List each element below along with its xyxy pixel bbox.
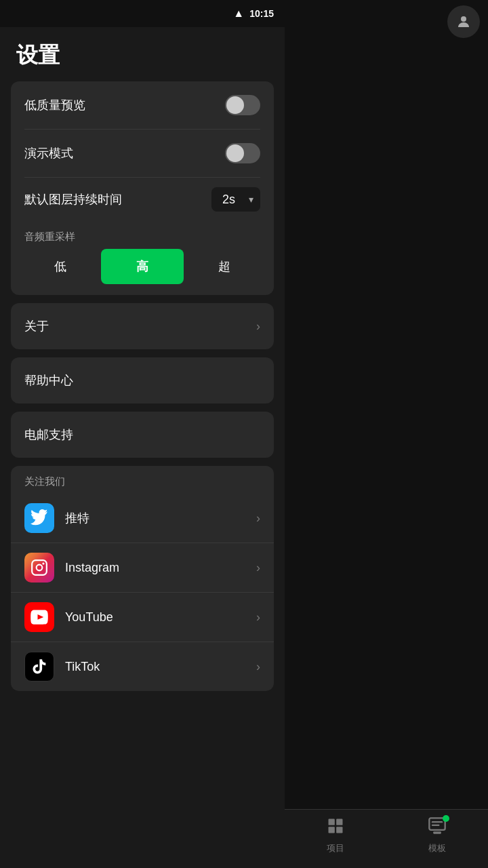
svg-point-2 <box>42 562 44 564</box>
instagram-label: Instagram <box>65 561 256 575</box>
youtube-row[interactable]: YouTube › <box>11 592 274 642</box>
toggle-knob-2 <box>226 144 244 162</box>
resample-low-btn[interactable]: 低 <box>19 249 101 284</box>
low-quality-preview-row[interactable]: 低质量预览 <box>11 81 274 129</box>
default-layer-duration-row: 默认图层持续时间 1s 2s 3s 5s ▾ <box>11 178 274 221</box>
twitter-label: 推特 <box>65 510 256 526</box>
low-quality-label: 低质量预览 <box>24 97 85 113</box>
svg-point-1 <box>37 565 43 571</box>
settings-panel: ▲ 10:15 设置 低质量预览 演示模式 <box>0 0 285 868</box>
follow-us-header: 关注我们 <box>11 466 274 494</box>
svg-rect-7 <box>336 827 342 833</box>
instagram-row[interactable]: Instagram › <box>11 542 274 592</box>
resample-high-btn[interactable]: 高 <box>101 249 183 284</box>
projects-icon <box>326 816 345 840</box>
help-center-row[interactable]: 帮助中心 <box>11 357 274 403</box>
templates-icon <box>428 816 447 840</box>
instagram-chevron-icon: › <box>256 561 260 575</box>
help-center-label: 帮助中心 <box>24 372 73 389</box>
svg-rect-0 <box>32 560 47 575</box>
header: 设置 <box>0 27 285 81</box>
low-quality-toggle[interactable] <box>225 95 260 115</box>
tiktok-row[interactable]: TikTok › <box>11 642 274 691</box>
profile-icon-btn[interactable] <box>447 5 480 38</box>
svg-rect-11 <box>432 825 440 826</box>
tab-projects[interactable]: 项目 <box>285 816 386 854</box>
twitter-chevron-icon: › <box>256 511 260 526</box>
wifi-icon: ▲ <box>233 7 244 20</box>
right-panel: 项目 模板 <box>285 0 488 868</box>
settings-content: 低质量预览 演示模式 默认图层持续时间 <box>0 81 285 868</box>
svg-rect-4 <box>329 819 335 825</box>
dropdown-wrapper: 1s 2s 3s 5s ▾ <box>211 187 260 212</box>
svg-rect-5 <box>336 819 342 825</box>
youtube-label: YouTube <box>65 610 256 625</box>
page-title: 设置 <box>16 41 60 71</box>
about-card: 关于 › <box>11 303 274 349</box>
demo-mode-toggle[interactable] <box>225 143 260 163</box>
status-bar: ▲ 10:15 <box>0 0 285 27</box>
audio-resample-buttons: 低 高 超 <box>11 249 274 295</box>
email-support-row[interactable]: 电邮支持 <box>11 412 274 458</box>
twitter-row[interactable]: 推特 › <box>11 494 274 542</box>
toggles-card: 低质量预览 演示模式 默认图层持续时间 <box>11 81 274 295</box>
about-label: 关于 <box>24 318 49 334</box>
demo-mode-row[interactable]: 演示模式 <box>11 130 274 177</box>
bottom-tabs: 项目 模板 <box>285 809 488 868</box>
tiktok-icon <box>24 652 54 682</box>
help-center-card: 帮助中心 <box>11 357 274 403</box>
email-support-card: 电邮支持 <box>11 412 274 458</box>
svg-rect-9 <box>433 831 441 834</box>
email-support-label: 电邮支持 <box>24 427 73 443</box>
youtube-chevron-icon: › <box>256 610 260 625</box>
tab-projects-label: 项目 <box>327 842 344 854</box>
follow-us-section: 关注我们 推特 › <box>11 466 274 691</box>
status-time: 10:15 <box>249 8 274 19</box>
twitter-icon <box>24 503 54 533</box>
top-icons <box>439 0 488 43</box>
youtube-icon <box>24 602 54 632</box>
audio-resample-section: 音频重采样 低 高 超 <box>11 221 274 295</box>
badge-dot <box>443 815 449 822</box>
default-layer-duration-label: 默认图层持续时间 <box>24 191 122 208</box>
duration-select[interactable]: 1s 2s 3s 5s <box>211 187 260 212</box>
resample-ultra-btn[interactable]: 超 <box>184 249 266 284</box>
tiktok-label: TikTok <box>65 660 256 674</box>
svg-rect-10 <box>432 821 443 823</box>
about-row[interactable]: 关于 › <box>11 303 274 349</box>
instagram-icon <box>24 553 54 583</box>
tiktok-chevron-icon: › <box>256 660 260 674</box>
tab-templates[interactable]: 模板 <box>386 816 488 854</box>
about-chevron-icon: › <box>256 319 260 334</box>
svg-rect-6 <box>329 827 335 833</box>
svg-point-3 <box>461 16 466 22</box>
tab-templates-label: 模板 <box>428 842 446 854</box>
audio-resample-label: 音频重采样 <box>11 221 274 249</box>
toggle-knob <box>226 96 244 114</box>
demo-mode-label: 演示模式 <box>24 145 73 161</box>
